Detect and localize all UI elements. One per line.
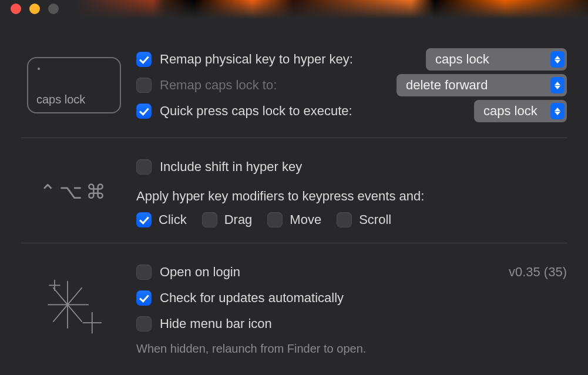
checkbox-drag[interactable] <box>202 212 217 227</box>
select-hyper-key-value: caps lock <box>435 52 489 67</box>
label-quick-press: Quick press caps lock to execute: <box>160 103 352 119</box>
label-include-shift: Include shift in hyper key <box>160 159 302 175</box>
select-caps-lock-value: delete forward <box>406 78 488 93</box>
minimize-icon[interactable] <box>29 4 40 14</box>
titlebar <box>0 0 588 19</box>
checkbox-quick-press[interactable] <box>136 103 152 119</box>
select-quick-press-action[interactable]: caps lock <box>474 100 567 122</box>
hide-icon-hint: When hidden, relaunch from Finder to ope… <box>136 342 567 356</box>
section-remap: caps lock Remap physical key to hyper ke… <box>21 40 567 138</box>
select-caps-lock-target[interactable]: delete forward <box>397 74 567 96</box>
checkbox-hide-menu-bar-icon[interactable] <box>136 316 152 332</box>
label-move: Move <box>290 212 321 227</box>
label-click: Click <box>159 212 187 227</box>
zoom-icon[interactable] <box>48 4 59 14</box>
checkbox-include-shift[interactable] <box>136 159 152 175</box>
label-hide-menu-bar-icon: Hide menu bar icon <box>160 316 272 332</box>
checkbox-click[interactable] <box>136 212 152 227</box>
checkbox-remap-physical-key[interactable] <box>136 52 152 67</box>
label-scroll: Scroll <box>359 212 391 227</box>
modifiers-subheading: Apply hyper key modifiers to keypress ev… <box>136 189 567 204</box>
label-drag: Drag <box>224 212 253 227</box>
checkbox-scroll[interactable] <box>337 212 352 227</box>
section-modifiers: ⌃⌥⌘ Include shift in hyper key Apply hyp… <box>21 138 567 243</box>
select-quick-press-value: caps lock <box>483 103 537 119</box>
version-label: v0.35 (35) <box>509 264 567 280</box>
label-remap-physical-key: Remap physical key to hyper key: <box>160 52 353 67</box>
close-icon[interactable] <box>11 4 21 14</box>
section-app: Open on login v0.35 (35) Check for updat… <box>21 243 567 371</box>
label-remap-caps-lock: Remap caps lock to: <box>160 78 277 93</box>
select-arrows-icon <box>550 103 565 119</box>
checkbox-open-on-login[interactable] <box>136 264 152 280</box>
label-check-updates: Check for updates automatically <box>160 290 344 306</box>
window-controls <box>11 4 59 14</box>
checkbox-check-updates[interactable] <box>136 290 152 306</box>
label-open-on-login: Open on login <box>160 264 240 280</box>
checkbox-move[interactable] <box>267 212 283 227</box>
select-arrows-icon <box>550 77 565 93</box>
select-arrows-icon <box>550 51 565 68</box>
keycap-label: caps lock <box>36 93 85 106</box>
keycap-icon: caps lock <box>21 48 127 122</box>
sparkle-icon <box>21 261 127 356</box>
checkbox-remap-caps-lock[interactable] <box>136 78 152 93</box>
modifier-keys-icon: ⌃⌥⌘ <box>21 156 127 227</box>
select-hyper-key[interactable]: caps lock <box>426 48 567 71</box>
